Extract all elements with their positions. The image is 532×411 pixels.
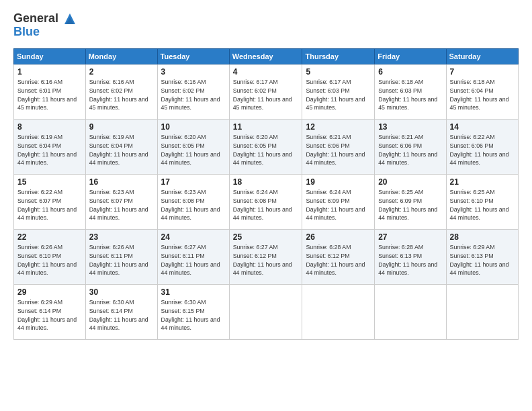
day-info: Sunrise: 6:30 AMSunset: 6:15 PMDaylight:… [161, 298, 226, 332]
calendar-cell [229, 285, 302, 340]
day-number: 13 [378, 122, 442, 132]
day-number: 12 [306, 122, 371, 132]
day-number: 26 [306, 232, 371, 242]
calendar-cell: 26Sunrise: 6:28 AMSunset: 6:12 PMDayligh… [302, 230, 375, 285]
day-info: Sunrise: 6:24 AMSunset: 6:08 PMDaylight:… [233, 188, 299, 222]
weekday-header-monday: Monday [85, 49, 157, 64]
day-info: Sunrise: 6:18 AMSunset: 6:04 PMDaylight:… [450, 78, 515, 112]
day-info: Sunrise: 6:21 AMSunset: 6:06 PMDaylight:… [378, 133, 442, 167]
calendar-cell: 25Sunrise: 6:27 AMSunset: 6:12 PMDayligh… [229, 230, 302, 285]
calendar-cell: 24Sunrise: 6:27 AMSunset: 6:11 PMDayligh… [157, 230, 229, 285]
day-number: 16 [89, 177, 154, 187]
day-number: 3 [161, 67, 226, 77]
day-info: Sunrise: 6:28 AMSunset: 6:13 PMDaylight:… [378, 243, 442, 277]
calendar-cell: 29Sunrise: 6:29 AMSunset: 6:14 PMDayligh… [14, 285, 86, 340]
day-number: 6 [378, 67, 442, 77]
day-info: Sunrise: 6:16 AMSunset: 6:01 PMDaylight:… [17, 78, 82, 112]
weekday-header-friday: Friday [375, 49, 446, 64]
day-number: 31 [161, 287, 226, 297]
calendar-week-1: 1Sunrise: 6:16 AMSunset: 6:01 PMDaylight… [14, 64, 519, 120]
calendar-cell: 27Sunrise: 6:28 AMSunset: 6:13 PMDayligh… [375, 230, 446, 285]
calendar-cell: 28Sunrise: 6:29 AMSunset: 6:13 PMDayligh… [446, 230, 518, 285]
day-number: 7 [450, 67, 515, 77]
day-number: 17 [161, 177, 226, 187]
calendar-cell: 20Sunrise: 6:25 AMSunset: 6:09 PMDayligh… [375, 175, 446, 230]
calendar-cell: 10Sunrise: 6:20 AMSunset: 6:05 PMDayligh… [157, 120, 229, 175]
calendar-table: SundayMondayTuesdayWednesdayThursdayFrid… [13, 48, 519, 340]
calendar-cell: 22Sunrise: 6:26 AMSunset: 6:10 PMDayligh… [14, 230, 86, 285]
day-info: Sunrise: 6:23 AMSunset: 6:08 PMDaylight:… [161, 188, 226, 222]
day-info: Sunrise: 6:17 AMSunset: 6:02 PMDaylight:… [233, 78, 299, 112]
calendar-cell: 16Sunrise: 6:23 AMSunset: 6:07 PMDayligh… [85, 175, 157, 230]
day-info: Sunrise: 6:16 AMSunset: 6:02 PMDaylight:… [89, 78, 154, 112]
day-info: Sunrise: 6:26 AMSunset: 6:10 PMDaylight:… [17, 243, 82, 277]
calendar-cell [446, 285, 518, 340]
day-number: 14 [450, 122, 515, 132]
calendar-cell: 1Sunrise: 6:16 AMSunset: 6:01 PMDaylight… [14, 64, 86, 120]
day-info: Sunrise: 6:20 AMSunset: 6:05 PMDaylight:… [161, 133, 226, 167]
day-info: Sunrise: 6:24 AMSunset: 6:09 PMDaylight:… [306, 188, 371, 222]
calendar-cell: 12Sunrise: 6:21 AMSunset: 6:06 PMDayligh… [302, 120, 375, 175]
day-number: 30 [89, 287, 154, 297]
day-info: Sunrise: 6:25 AMSunset: 6:09 PMDaylight:… [378, 188, 442, 222]
calendar-cell [302, 285, 375, 340]
day-number: 1 [17, 67, 82, 77]
calendar-cell: 5Sunrise: 6:17 AMSunset: 6:03 PMDaylight… [302, 64, 375, 120]
day-number: 11 [233, 122, 299, 132]
day-number: 4 [233, 67, 299, 77]
logo-icon [63, 12, 77, 26]
day-info: Sunrise: 6:22 AMSunset: 6:06 PMDaylight:… [450, 133, 515, 167]
calendar-week-2: 8Sunrise: 6:19 AMSunset: 6:04 PMDaylight… [14, 120, 519, 175]
day-info: Sunrise: 6:27 AMSunset: 6:12 PMDaylight:… [233, 243, 299, 277]
calendar-cell: 2Sunrise: 6:16 AMSunset: 6:02 PMDaylight… [85, 64, 157, 120]
day-number: 23 [89, 232, 154, 242]
calendar-cell: 13Sunrise: 6:21 AMSunset: 6:06 PMDayligh… [375, 120, 446, 175]
day-info: Sunrise: 6:29 AMSunset: 6:13 PMDaylight:… [450, 243, 515, 277]
day-info: Sunrise: 6:29 AMSunset: 6:14 PMDaylight:… [17, 298, 82, 332]
day-info: Sunrise: 6:28 AMSunset: 6:12 PMDaylight:… [306, 243, 371, 277]
weekday-header-thursday: Thursday [302, 49, 375, 64]
calendar-cell: 8Sunrise: 6:19 AMSunset: 6:04 PMDaylight… [14, 120, 86, 175]
calendar-cell [375, 285, 446, 340]
day-info: Sunrise: 6:22 AMSunset: 6:07 PMDaylight:… [17, 188, 82, 222]
calendar-cell: 9Sunrise: 6:19 AMSunset: 6:04 PMDaylight… [85, 120, 157, 175]
calendar-cell: 6Sunrise: 6:18 AMSunset: 6:03 PMDaylight… [375, 64, 446, 120]
calendar-cell: 17Sunrise: 6:23 AMSunset: 6:08 PMDayligh… [157, 175, 229, 230]
calendar-cell: 15Sunrise: 6:22 AMSunset: 6:07 PMDayligh… [14, 175, 86, 230]
day-number: 20 [378, 177, 442, 187]
calendar-cell: 18Sunrise: 6:24 AMSunset: 6:08 PMDayligh… [229, 175, 302, 230]
day-number: 28 [450, 232, 515, 242]
calendar-week-5: 29Sunrise: 6:29 AMSunset: 6:14 PMDayligh… [14, 285, 519, 340]
calendar-week-4: 22Sunrise: 6:26 AMSunset: 6:10 PMDayligh… [14, 230, 519, 285]
day-info: Sunrise: 6:30 AMSunset: 6:14 PMDaylight:… [89, 298, 154, 332]
weekday-header-tuesday: Tuesday [157, 49, 229, 64]
calendar-cell: 14Sunrise: 6:22 AMSunset: 6:06 PMDayligh… [446, 120, 518, 175]
weekday-header-sunday: Sunday [14, 49, 86, 64]
page-container: General Blue SundayMondayTuesdayWednesda… [0, 0, 532, 347]
day-number: 27 [378, 232, 442, 242]
calendar-cell: 21Sunrise: 6:25 AMSunset: 6:10 PMDayligh… [446, 175, 518, 230]
day-info: Sunrise: 6:27 AMSunset: 6:11 PMDaylight:… [161, 243, 226, 277]
calendar-cell: 4Sunrise: 6:17 AMSunset: 6:02 PMDaylight… [229, 64, 302, 120]
day-number: 19 [306, 177, 371, 187]
day-number: 24 [161, 232, 226, 242]
day-info: Sunrise: 6:20 AMSunset: 6:05 PMDaylight:… [233, 133, 299, 167]
weekday-header-saturday: Saturday [446, 49, 518, 64]
day-number: 15 [17, 177, 82, 187]
day-info: Sunrise: 6:25 AMSunset: 6:10 PMDaylight:… [450, 188, 515, 222]
day-number: 22 [17, 232, 82, 242]
day-number: 8 [17, 122, 82, 132]
calendar-header-row: SundayMondayTuesdayWednesdayThursdayFrid… [14, 49, 519, 64]
logo-general: General [13, 11, 58, 25]
logo-blue: Blue [13, 26, 77, 39]
day-number: 25 [233, 232, 299, 242]
day-number: 10 [161, 122, 226, 132]
page-header: General Blue [13, 12, 519, 39]
day-number: 29 [17, 287, 82, 297]
day-number: 9 [89, 122, 154, 132]
day-info: Sunrise: 6:16 AMSunset: 6:02 PMDaylight:… [161, 78, 226, 112]
calendar-cell: 11Sunrise: 6:20 AMSunset: 6:05 PMDayligh… [229, 120, 302, 175]
calendar-cell: 3Sunrise: 6:16 AMSunset: 6:02 PMDaylight… [157, 64, 229, 120]
day-info: Sunrise: 6:18 AMSunset: 6:03 PMDaylight:… [378, 78, 442, 112]
day-info: Sunrise: 6:19 AMSunset: 6:04 PMDaylight:… [89, 133, 154, 167]
